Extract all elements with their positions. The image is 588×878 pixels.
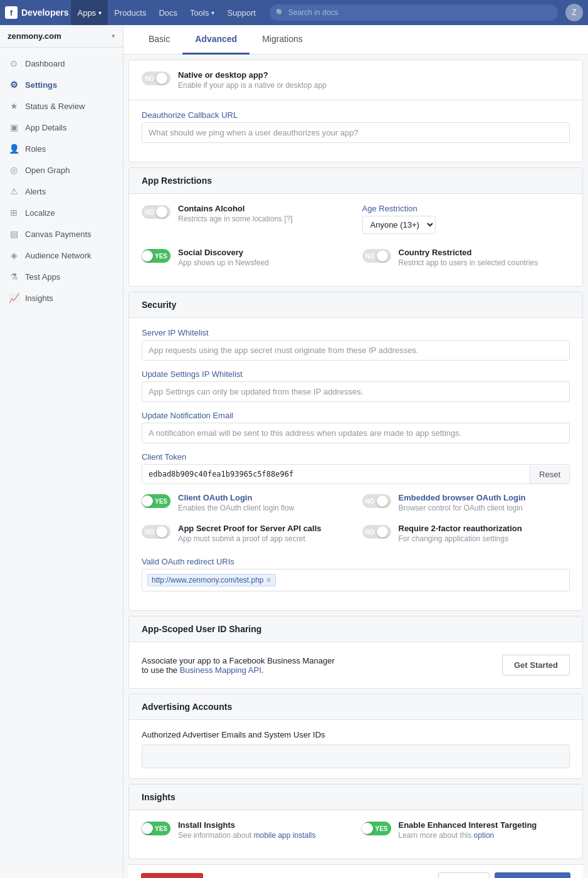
country-restricted-toggle[interactable]: NO	[362, 249, 391, 263]
mobile-app-installs-link[interactable]: mobile app installs	[254, 831, 316, 840]
star-icon: ★	[8, 101, 20, 111]
server-ip-input[interactable]	[142, 340, 570, 361]
update-notification-input[interactable]	[142, 423, 570, 443]
reset-token-button[interactable]: Reset	[530, 465, 569, 484]
update-settings-ip-input[interactable]	[142, 381, 570, 402]
sidebar-item-localize[interactable]: ⊞ Localize	[0, 202, 123, 223]
install-insights-toggle[interactable]: YES	[142, 822, 171, 835]
advertising-accounts-title: Advertising Accounts	[142, 702, 570, 712]
deauth-input[interactable]	[142, 122, 570, 143]
sidebar-item-status-review[interactable]: ★ Status & Review	[0, 95, 123, 117]
sidebar-item-dashboard[interactable]: ⊙ Dashboard	[0, 53, 123, 74]
app-restrictions-section: App Restrictions NO	[129, 167, 583, 287]
social-discovery-title: Social Discovery	[178, 248, 350, 257]
client-token-label: Client Token	[142, 452, 570, 462]
tab-basic[interactable]: Basic	[136, 25, 182, 55]
social-discovery-desc: App shows up in Newsfeed	[178, 258, 350, 267]
app-secret-proof-row: NO App Secret Proof for Server API calls…	[142, 524, 350, 543]
alerts-icon: ⚠	[8, 186, 20, 196]
embedded-browser-toggle[interactable]: NO	[362, 494, 391, 508]
main-content: Basic Advanced Migrations NO Native or d…	[123, 25, 588, 878]
nav-item-support[interactable]: Support	[221, 0, 262, 25]
deauth-field-row: Deauthorize Callback URL	[142, 110, 570, 143]
client-oauth-title[interactable]: Client OAuth Login	[178, 493, 350, 502]
require-2factor-desc: For changing application settings	[399, 534, 570, 543]
server-ip-row: Server IP Whitelist	[142, 328, 570, 361]
install-insights-desc: See information about mobile app install…	[178, 831, 350, 840]
token-row: edbad8b909c40fea1b93965c5f88e96f Reset	[142, 464, 570, 484]
security-section: Security Server IP Whitelist Update Sett…	[129, 292, 583, 611]
search-container: 🔍	[270, 4, 558, 21]
search-icon: 🔍	[276, 9, 285, 17]
embedded-browser-title[interactable]: Embedded browser OAuth Login	[399, 493, 570, 502]
country-restricted-desc: Restrict app to users in selected countr…	[399, 258, 570, 267]
enhanced-interest-toggle[interactable]: YES	[362, 822, 391, 835]
sidebar-item-test-apps[interactable]: ⚗ Test Apps	[0, 266, 123, 287]
update-notification-label: Update Notification Email	[142, 411, 570, 420]
insights-section: Insights YES	[129, 784, 583, 859]
app-scoped-section: App-Scoped User ID Sharing Associate you…	[129, 616, 583, 689]
enhanced-interest-title: Enable Enhanced Interest Targeting	[399, 820, 570, 830]
top-nav: f Developers Apps ▾ Products Docs Tools …	[0, 0, 588, 25]
search-input[interactable]	[270, 4, 558, 21]
avatar[interactable]: Z	[565, 4, 583, 21]
sidebar-item-audience-network[interactable]: ◈ Audience Network	[0, 245, 123, 266]
client-oauth-toggle[interactable]: YES	[142, 494, 171, 508]
enhanced-interest-row: YES Enable Enhanced Interest Targeting L…	[362, 820, 570, 840]
sidebar-item-insights[interactable]: 📈 Insights	[0, 287, 123, 309]
open-graph-icon: ◎	[8, 165, 20, 175]
advertiser-emails-label: Authorized Advertiser Emails and System …	[142, 730, 570, 739]
save-changes-button[interactable]: Save Changes	[495, 872, 570, 878]
sidebar-item-open-graph[interactable]: ◎ Open Graph	[0, 159, 123, 181]
update-settings-ip-row: Update Settings IP Whitelist	[142, 369, 570, 402]
sidebar: zenmony.com ▾ ⊙ Dashboard ⚙ Settings ★ S…	[0, 25, 123, 878]
sidebar-item-alerts[interactable]: ⚠ Alerts	[0, 181, 123, 202]
oauth-tag: http://www.zenmony.com/test.php ×	[147, 574, 276, 586]
bottom-bar: Delete App Discard Save Changes	[129, 864, 583, 878]
age-restriction-select[interactable]: Anyone (13+) 13+ 17+ 18+ 19+ 21+	[362, 216, 436, 234]
business-mapping-api-link[interactable]: Business Mapping API	[180, 665, 261, 675]
client-oauth-desc: Enables the OAuth client login flow	[178, 504, 350, 512]
tab-advanced[interactable]: Advanced	[182, 25, 249, 55]
apps-arrow-icon: ▾	[98, 9, 102, 16]
nav-item-docs[interactable]: Docs	[152, 0, 184, 25]
contains-alcohol-toggle[interactable]: NO	[142, 205, 171, 219]
age-restriction-row: Age Restriction Anyone (13+) 13+ 17+ 18+…	[362, 204, 570, 234]
insights-icon: 📈	[8, 293, 20, 303]
install-insights-row: YES Install Insights See information abo…	[142, 820, 350, 840]
discard-button[interactable]: Discard	[438, 872, 490, 878]
country-restricted-title: Country Restricted	[399, 248, 570, 257]
client-token-value: edbad8b909c40fea1b93965c5f88e96f	[142, 465, 530, 484]
social-discovery-toggle[interactable]: YES	[142, 249, 171, 263]
get-started-button[interactable]: Get Started	[502, 655, 570, 675]
require-2factor-toggle[interactable]: NO	[362, 525, 391, 539]
nav-item-tools[interactable]: Tools ▾	[184, 0, 221, 25]
sidebar-item-settings[interactable]: ⚙ Settings	[0, 74, 123, 95]
logo-text: Developers	[21, 8, 68, 18]
nav-item-apps[interactable]: Apps ▾	[71, 0, 108, 25]
app-restrictions-title: App Restrictions	[142, 176, 570, 186]
native-toggle-knob	[156, 73, 167, 84]
security-title: Security	[142, 300, 570, 310]
sidebar-item-canvas-payments[interactable]: ▤ Canvas Payments	[0, 223, 123, 245]
nav-item-products[interactable]: Products	[108, 0, 152, 25]
sidebar-item-roles[interactable]: 👤 Roles	[0, 138, 123, 159]
fb-icon: f	[5, 6, 18, 19]
fb-logo[interactable]: f Developers	[5, 6, 68, 19]
native-toggle-wrap: NO	[142, 71, 171, 85]
update-notification-row: Update Notification Email	[142, 411, 570, 443]
native-toggle[interactable]: NO	[142, 71, 171, 85]
tab-migrations[interactable]: Migrations	[249, 25, 315, 55]
insights-section-title: Insights	[142, 792, 570, 802]
app-secret-proof-toggle[interactable]: NO	[142, 525, 171, 539]
app-secret-proof-desc: App must submit a proof of app secret	[178, 534, 350, 543]
advertiser-emails-input[interactable]	[142, 744, 570, 768]
oauth-tag-remove[interactable]: ×	[266, 576, 271, 584]
option-link[interactable]: option	[474, 831, 495, 840]
oauth-redirect-input[interactable]: http://www.zenmony.com/test.php ×	[142, 569, 570, 591]
delete-app-button[interactable]: Delete App	[141, 873, 203, 878]
app-details-icon: ▣	[8, 122, 20, 132]
sidebar-item-app-details[interactable]: ▣ App Details	[0, 117, 123, 138]
client-token-row: Client Token edbad8b909c40fea1b93965c5f8…	[142, 452, 570, 484]
account-selector[interactable]: zenmony.com ▾	[0, 25, 123, 48]
